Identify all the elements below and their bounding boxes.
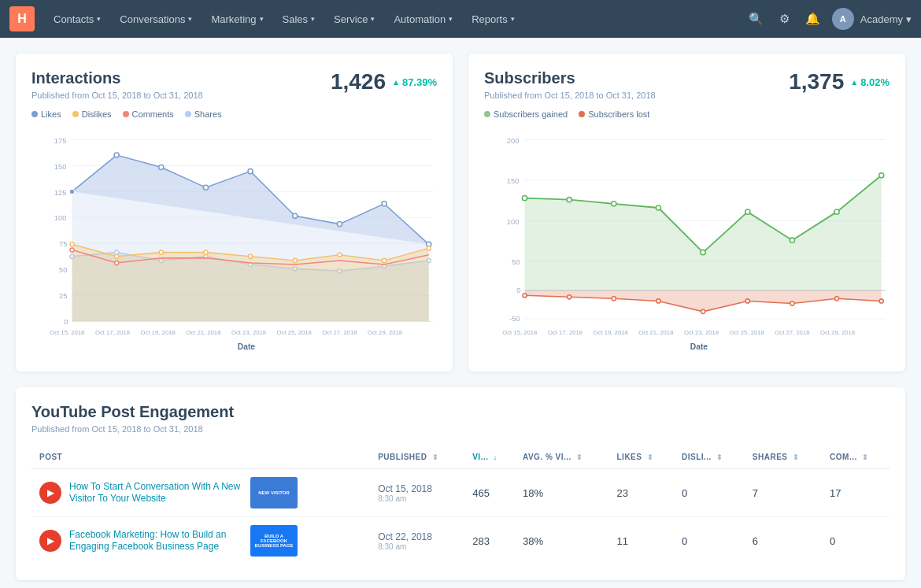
svg-point-20 [159,165,164,169]
svg-text:150: 150 [507,177,519,185]
svg-text:Oct 29, 2018: Oct 29, 2018 [820,329,855,336]
svg-point-87 [745,299,749,303]
svg-point-80 [879,173,884,178]
likes-cell: 11 [609,517,674,565]
up-arrow-icon: ▲ [850,78,858,87]
legend-gained: Subscribers gained [484,109,568,119]
svg-text:50: 50 [59,266,67,274]
subscribers-legend: Subscribers gained Subscribers lost [484,109,890,119]
search-button[interactable]: 🔍 [744,6,769,31]
svg-text:-50: -50 [509,315,520,323]
svg-point-79 [834,209,839,214]
svg-text:Oct 17, 2018: Oct 17, 2018 [95,329,130,336]
svg-point-19 [114,153,119,157]
published-cell: Oct 15, 2018 8:30 am [370,468,464,517]
svg-point-47 [70,248,74,252]
interactions-value: 1,426 [331,69,386,94]
post-title[interactable]: Facebook Marketing: How to Build an Enga… [69,529,242,553]
svg-text:50: 50 [512,258,520,266]
legend-shares: Shares [185,109,222,119]
svg-point-88 [790,301,794,305]
nav-contacts[interactable]: Contacts ▾ [44,0,110,38]
legend-dot-shares [185,111,191,117]
account-menu[interactable]: Academy ▾ [860,13,912,25]
sort-icon: ⇕ [576,453,583,461]
post-cell: ▶ Facebook Marketing: How to Build an En… [31,517,370,565]
svg-point-84 [612,297,616,301]
notifications-button[interactable]: 🔔 [801,6,826,31]
nav-reports[interactable]: Reports ▾ [462,0,524,38]
dislikes-cell: 0 [674,517,745,565]
svg-text:Oct 15, 2018: Oct 15, 2018 [502,329,537,336]
legend-likes: Likes [31,109,61,119]
table-header-row: POST PUBLISHED ⇕ VI... ↓ AVG. % VI... ⇕ [31,446,890,468]
hubspot-logo[interactable]: H [9,6,35,31]
subscribers-metric: 1,375 ▲ 8.02% [789,69,890,94]
svg-point-90 [879,299,883,303]
svg-point-44 [338,253,342,257]
svg-point-25 [382,202,387,206]
legend-lost: Subscribers lost [579,109,649,119]
svg-point-24 [337,222,342,227]
svg-point-46 [427,246,431,250]
chevron-down-icon: ▾ [260,15,264,23]
svg-point-41 [204,250,208,254]
post-cell: ▶ How To Start A Conversation With A New… [31,468,370,517]
comments-cell: 17 [822,468,890,517]
svg-point-48 [115,261,119,264]
avg-views-cell: 38% [515,517,609,565]
nav-service[interactable]: Service ▾ [324,0,384,38]
svg-text:25: 25 [59,292,67,300]
svg-point-72 [522,196,527,201]
sort-icon: ⇕ [432,453,439,461]
svg-text:Oct 19, 2018: Oct 19, 2018 [141,329,176,336]
svg-point-74 [612,202,616,206]
svg-point-45 [382,258,386,262]
svg-text:75: 75 [59,240,67,248]
svg-text:150: 150 [54,163,66,171]
svg-text:Oct 25, 2018: Oct 25, 2018 [730,329,764,336]
interactions-subtitle: Published from Oct 15, 2018 to Oct 31, 2… [31,91,203,100]
svg-point-77 [745,209,750,214]
views-cell: 283 [464,517,515,565]
interactions-metric: 1,426 ▲ 87.39% [331,69,437,94]
nav-marketing[interactable]: Marketing ▾ [202,0,272,38]
interactions-legend: Likes Dislikes Comments Shares [31,109,437,119]
svg-point-83 [568,295,571,299]
nav-sales[interactable]: Sales ▾ [273,0,325,38]
engagement-title: YouTube Post Engagement [31,403,890,421]
sort-icon: ⇕ [716,453,723,461]
col-dislikes[interactable]: DISLI... ⇕ [674,446,745,468]
col-views[interactable]: VI... ↓ [464,446,515,468]
svg-text:Oct 23, 2018: Oct 23, 2018 [684,329,719,336]
avatar: A [832,8,854,30]
sort-icon: ⇕ [793,453,800,461]
svg-marker-71 [525,176,882,290]
post-thumbnail: NEW VISITOR [250,477,298,508]
settings-button[interactable]: ⚙ [772,6,797,31]
interactions-change: ▲ 87.39% [392,76,437,88]
published-cell: Oct 22, 2018 8:30 am [370,517,464,565]
col-published[interactable]: PUBLISHED ⇕ [370,446,464,468]
svg-text:Oct 19, 2018: Oct 19, 2018 [594,329,628,336]
nav-automation[interactable]: Automation ▾ [384,0,462,38]
engagement-subtitle: Published from Oct 15, 2018 to Oct 31, 2… [31,424,890,434]
sort-icon: ⇕ [862,453,869,461]
nav-conversations[interactable]: Conversations ▾ [110,0,202,38]
col-comments[interactable]: COM... ⇕ [822,446,890,468]
legend-comments: Comments [123,109,174,119]
post-title[interactable]: How To Start A Conversation With A New V… [69,481,242,505]
subscribers-change: ▲ 8.02% [850,76,890,88]
col-shares[interactable]: SHARES ⇕ [745,446,822,468]
col-likes[interactable]: LIKES ⇕ [609,446,674,468]
svg-point-76 [701,250,705,255]
svg-point-43 [293,258,297,262]
col-avg-views[interactable]: AVG. % VI... ⇕ [515,446,609,468]
interactions-card: Interactions Published from Oct 15, 2018… [16,54,453,372]
interactions-chart: 175 150 125 100 75 50 25 0 [31,127,437,353]
svg-point-75 [656,205,660,210]
svg-point-21 [203,185,208,190]
views-cell: 465 [464,468,515,517]
svg-text:125: 125 [54,189,66,197]
legend-dot-comments [123,111,129,117]
